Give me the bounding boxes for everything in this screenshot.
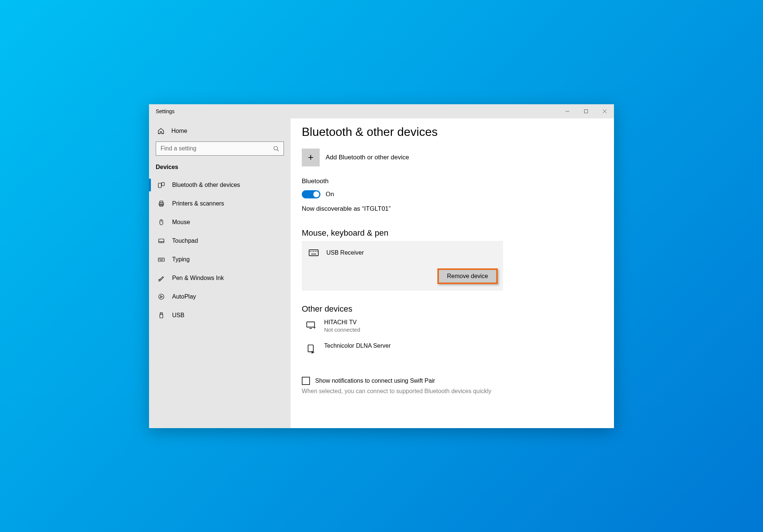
media-server-icon: [305, 343, 317, 354]
search-input[interactable]: [161, 145, 273, 152]
sidebar-item-pen[interactable]: Pen & Windows Ink: [149, 269, 291, 287]
remove-wrap: Remove device: [307, 268, 498, 284]
plus-icon: +: [302, 149, 320, 166]
svg-marker-23: [161, 296, 162, 298]
pen-icon: [157, 274, 165, 282]
swift-pair-description: When selected, you can connect to suppor…: [302, 388, 503, 395]
group-other-heading: Other devices: [302, 304, 598, 314]
svg-point-22: [159, 294, 164, 299]
titlebar: Settings: [149, 104, 614, 118]
toggle-knob: [313, 191, 319, 197]
sidebar-item-usb[interactable]: USB: [149, 306, 291, 325]
svg-rect-7: [162, 182, 164, 186]
device-card-usb-receiver[interactable]: USB Receiver Remove device: [302, 241, 503, 291]
swift-pair-row[interactable]: Show notifications to connect using Swif…: [302, 377, 598, 385]
device-name: HITACHI TV: [324, 319, 360, 326]
sidebar-item-touchpad[interactable]: Touchpad: [149, 232, 291, 250]
home-label: Home: [171, 128, 187, 134]
search-container: [149, 141, 291, 161]
sidebar: Home Devices Bluetooth & other devices: [149, 118, 291, 428]
sidebar-item-label: AutoPlay: [172, 293, 196, 300]
sidebar-item-label: Typing: [172, 256, 190, 263]
remove-device-button[interactable]: Remove device: [437, 268, 498, 284]
device-status: Not connected: [324, 326, 360, 333]
bluetooth-devices-icon: [157, 181, 165, 189]
svg-rect-33: [307, 322, 314, 327]
svg-line-5: [277, 150, 279, 151]
svg-rect-35: [308, 345, 313, 352]
bluetooth-heading: Bluetooth: [302, 178, 598, 185]
sidebar-item-printers[interactable]: Printers & scanners: [149, 194, 291, 213]
search-icon: [273, 146, 279, 152]
close-icon: [602, 109, 607, 114]
touchpad-icon: [157, 237, 165, 245]
device-technicolor-dlna[interactable]: Technicolor DLNA Server: [302, 340, 503, 362]
minimize-icon: [565, 109, 570, 114]
window-controls: [558, 104, 614, 118]
bluetooth-state: On: [326, 191, 334, 198]
window-body: Home Devices Bluetooth & other devices: [149, 118, 614, 428]
bluetooth-toggle-row: On: [302, 190, 598, 198]
sidebar-item-mouse[interactable]: Mouse: [149, 213, 291, 232]
add-device-row[interactable]: + Add Bluetooth or other device: [302, 149, 598, 166]
swift-pair-checkbox[interactable]: [302, 377, 310, 385]
keyboard-icon: [157, 255, 165, 264]
svg-rect-26: [309, 250, 319, 256]
sidebar-item-label: Pen & Windows Ink: [172, 275, 224, 281]
home-icon: [157, 127, 165, 135]
sidebar-item-label: Touchpad: [172, 238, 198, 244]
svg-rect-1: [585, 109, 588, 113]
tv-icon: [305, 320, 317, 331]
discoverable-text: Now discoverable as “ITGLT01”: [302, 205, 598, 213]
sidebar-item-label: Mouse: [172, 219, 190, 226]
sidebar-section: Devices: [149, 161, 291, 176]
device-line: USB Receiver: [307, 246, 498, 268]
sidebar-item-label: Bluetooth & other devices: [172, 182, 240, 188]
main-scroll[interactable]: Bluetooth & other devices + Add Bluetoot…: [302, 125, 603, 428]
keyboard-device-icon: [308, 248, 319, 258]
svg-rect-6: [158, 183, 161, 188]
svg-rect-16: [158, 258, 164, 261]
swift-pair-label: Show notifications to connect using Swif…: [315, 378, 435, 384]
sidebar-nav: Bluetooth & other devices Printers & sca…: [149, 176, 291, 325]
bluetooth-toggle[interactable]: [302, 190, 320, 198]
page-title: Bluetooth & other devices: [302, 125, 598, 139]
maximize-button[interactable]: [577, 104, 595, 118]
mouse-icon: [157, 218, 165, 226]
settings-window: Settings Home: [149, 104, 614, 428]
search-box[interactable]: [156, 141, 284, 156]
minimize-button[interactable]: [558, 104, 577, 118]
usb-icon: [157, 311, 165, 319]
sidebar-item-label: Printers & scanners: [172, 200, 224, 207]
sidebar-item-typing[interactable]: Typing: [149, 250, 291, 269]
svg-rect-9: [160, 201, 163, 203]
svg-point-4: [274, 146, 278, 150]
window-title: Settings: [149, 104, 175, 118]
device-hitachi-tv[interactable]: HITACHI TV Not connected: [302, 317, 503, 340]
device-name: USB Receiver: [326, 249, 364, 256]
sidebar-item-bluetooth[interactable]: Bluetooth & other devices: [149, 176, 291, 194]
printer-icon: [157, 200, 165, 208]
add-device-label: Add Bluetooth or other device: [326, 154, 409, 161]
group-mouse-heading: Mouse, keyboard & pen: [302, 228, 598, 238]
svg-rect-25: [160, 314, 163, 318]
sidebar-item-label: USB: [172, 312, 184, 319]
maximize-icon: [584, 109, 588, 114]
autoplay-icon: [157, 293, 165, 301]
home-link[interactable]: Home: [149, 123, 291, 141]
device-name: Technicolor DLNA Server: [324, 343, 391, 349]
sidebar-item-autoplay[interactable]: AutoPlay: [149, 287, 291, 306]
close-button[interactable]: [595, 104, 614, 118]
main-panel: Bluetooth & other devices + Add Bluetoot…: [291, 118, 614, 428]
